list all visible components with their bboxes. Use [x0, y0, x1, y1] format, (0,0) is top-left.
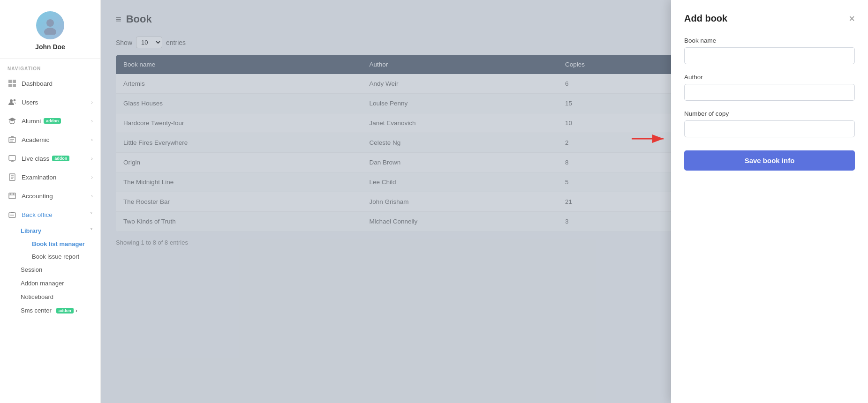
number-of-copy-label: Number of copy	[684, 110, 855, 117]
alumni-icon	[8, 116, 17, 126]
alumni-addon-badge: addon	[44, 118, 61, 124]
svg-point-3	[14, 99, 16, 102]
number-of-copy-form-group: Number of copy	[684, 110, 855, 137]
sidebar-item-users[interactable]: Users ›	[0, 93, 100, 112]
book-name-form-group: Book name	[684, 37, 855, 64]
svg-point-2	[10, 99, 13, 102]
sidebar-sub-item-noticeboard[interactable]: Noticeboard	[21, 290, 100, 304]
sms-center-label: Sms center	[21, 307, 52, 314]
academic-icon	[8, 135, 17, 144]
chevron-right-icon-accounting: ›	[91, 193, 93, 199]
book-issue-report-label: Book issue report	[32, 253, 79, 260]
sidebar-item-label-back-office: Back office	[22, 211, 53, 218]
author-label: Author	[684, 74, 855, 81]
book-list-manager-label: Book list manager	[32, 240, 85, 247]
live-class-icon	[8, 154, 17, 163]
sidebar-sub-item-book-issue-report[interactable]: Book issue report	[26, 250, 100, 263]
noticeboard-label: Noticeboard	[21, 293, 53, 300]
sidebar-item-label-users: Users	[22, 99, 38, 106]
sidebar-item-back-office[interactable]: Back office ˅	[0, 205, 100, 224]
chevron-right-icon-alumni: ›	[91, 118, 93, 124]
sidebar-sub-item-library[interactable]: Library ˅	[21, 224, 100, 238]
sidebar-sub-item-library-label: Library	[21, 227, 41, 234]
chevron-right-icon-sms-center: ›	[75, 307, 77, 314]
chevron-down-icon-library: ˅	[90, 228, 93, 234]
sidebar-sub-item-book-list-manager[interactable]: Book list manager	[26, 238, 100, 250]
main-area: ≡ Book Show 10 25 50 100 entries Book na…	[101, 0, 868, 403]
book-name-input[interactable]	[684, 47, 855, 64]
drawer-title: Add book	[684, 13, 727, 24]
sidebar-item-accounting[interactable]: Accounting ›	[0, 187, 100, 205]
sidebar: John Doe NAVIGATION Dashboard Users › Al…	[0, 0, 101, 403]
drawer-header: Add book ×	[684, 13, 855, 24]
sidebar-item-label-examination: Examination	[22, 174, 56, 181]
session-label: Session	[21, 266, 42, 273]
live-class-addon-badge: addon	[52, 156, 69, 161]
sidebar-item-label-dashboard: Dashboard	[22, 80, 53, 87]
back-office-icon	[8, 210, 17, 219]
svg-point-0	[46, 19, 54, 27]
sidebar-item-label-alumni: Alumni	[22, 118, 41, 125]
back-office-sub-menu: Library ˅ Book list manager Book issue r…	[0, 224, 100, 317]
sidebar-sub-item-sms-center[interactable]: Sms center addon ›	[21, 304, 100, 317]
sidebar-user-section: John Doe	[0, 0, 100, 59]
close-button[interactable]: ×	[849, 14, 855, 24]
chevron-down-icon-back-office: ˅	[90, 212, 93, 218]
sidebar-sub-item-session[interactable]: Session	[21, 263, 100, 276]
addon-manager-label: Addon manager	[21, 280, 64, 287]
dashboard-icon	[8, 79, 17, 88]
sidebar-item-label-academic: Academic	[22, 136, 49, 143]
chevron-right-icon-examination: ›	[91, 174, 93, 180]
sidebar-item-examination[interactable]: Examination ›	[0, 168, 100, 187]
sidebar-item-alumni[interactable]: Alumni addon ›	[0, 112, 100, 130]
sidebar-item-label-accounting: Accounting	[22, 193, 53, 200]
arrow-indicator	[630, 130, 667, 147]
user-name: John Doe	[35, 43, 65, 51]
sidebar-item-live-class[interactable]: Live class addon ›	[0, 149, 100, 168]
add-book-drawer: Add book × Book name Author Number of co…	[671, 0, 868, 403]
avatar	[36, 11, 64, 39]
sidebar-sub-item-addon-manager[interactable]: Addon manager	[21, 276, 100, 290]
svg-rect-7	[9, 156, 15, 160]
save-book-button[interactable]: Save book info	[684, 150, 855, 171]
sms-center-addon-badge: addon	[56, 308, 74, 313]
svg-point-1	[44, 28, 56, 35]
examination-icon	[8, 172, 17, 182]
author-form-group: Author	[684, 74, 855, 101]
accounting-icon	[8, 191, 17, 201]
sidebar-item-academic[interactable]: Academic ›	[0, 130, 100, 149]
nav-section-label: NAVIGATION	[0, 59, 100, 74]
chevron-right-icon-academic: ›	[91, 137, 93, 142]
sidebar-item-label-live-class: Live class	[22, 155, 49, 162]
users-icon	[8, 97, 17, 107]
chevron-right-icon: ›	[91, 99, 93, 105]
number-of-copy-input[interactable]	[684, 120, 855, 137]
book-name-label: Book name	[684, 37, 855, 44]
chevron-right-icon-live-class: ›	[91, 156, 93, 161]
library-sub-menu: Book list manager Book issue report	[21, 238, 100, 263]
author-input[interactable]	[684, 84, 855, 101]
sidebar-item-dashboard[interactable]: Dashboard	[0, 74, 100, 93]
svg-rect-14	[9, 193, 15, 199]
